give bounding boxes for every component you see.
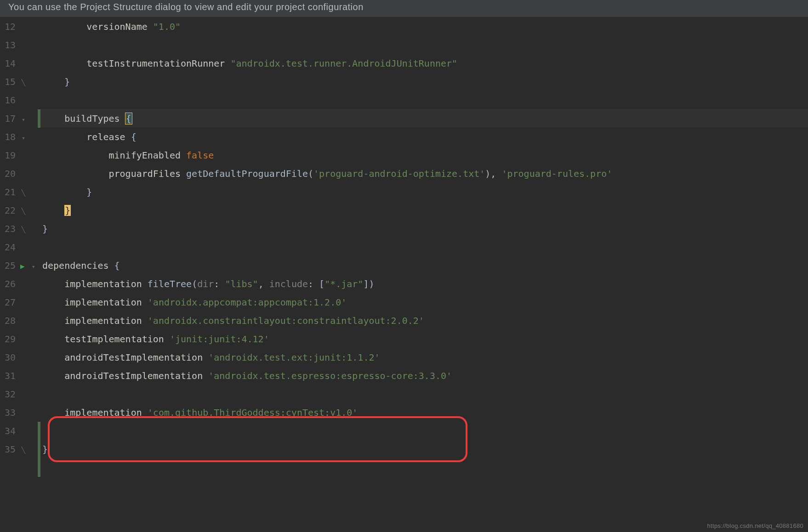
code-line: } [40, 201, 808, 220]
line-number: 32 [0, 385, 16, 403]
code-line: minifyEnabled false [40, 146, 808, 164]
line-number: 28 [0, 311, 16, 330]
code-line: testImplementation 'junit:junit:4.12' [40, 330, 808, 348]
code-line: implementation 'com.github.ThirdGoddess:… [40, 403, 808, 422]
code-editor[interactable]: 12 13 14 15 16 17 18 19 20 21 22 23 24 2… [0, 17, 808, 531]
code-line: buildTypes { [40, 109, 808, 128]
code-line: dependencies { [40, 256, 808, 275]
fold-end-icon[interactable]: ╲ [20, 184, 27, 202]
fold-end-icon[interactable]: ╲ [20, 74, 27, 92]
code-line: release { [40, 128, 808, 146]
line-number: 13 [0, 36, 16, 54]
line-number: 19 [0, 146, 16, 164]
code-line: implementation fileTree(dir: "libs", inc… [40, 275, 808, 293]
code-line: versionName "1.0" [40, 17, 808, 36]
code-line: proguardFiles getDefaultProguardFile('pr… [40, 164, 808, 183]
project-structure-hint-bar[interactable]: You can use the Project Structure dialog… [0, 0, 808, 17]
line-number: 33 [0, 403, 16, 422]
line-number: 21 [0, 183, 16, 201]
code-line: implementation 'androidx.appcompat:appco… [40, 293, 808, 311]
line-number: 31 [0, 367, 16, 385]
code-line: } [40, 220, 808, 238]
line-number: 34 [0, 422, 16, 440]
code-line [40, 422, 808, 440]
line-number: 23 [0, 220, 16, 238]
fold-end-icon[interactable]: ╲ [20, 221, 27, 239]
code-line: androidTestImplementation 'androidx.test… [40, 367, 808, 385]
code-line: implementation 'androidx.constraintlayou… [40, 311, 808, 330]
line-number: 15 [0, 73, 16, 91]
matched-brace: { [125, 113, 132, 124]
line-number: 14 [0, 54, 16, 73]
line-number: 27 [0, 293, 16, 311]
fold-end-icon[interactable]: ╲ [20, 441, 27, 459]
line-number: 20 [0, 164, 16, 183]
code-line: } [40, 440, 808, 458]
code-line [40, 238, 808, 256]
code-line: } [40, 183, 808, 201]
code-line [40, 36, 808, 54]
code-line: testInstrumentationRunner "androidx.test… [40, 54, 808, 73]
line-number: 25 [0, 256, 16, 275]
line-number: 24 [0, 238, 16, 256]
code-area[interactable]: versionName "1.0" testInstrumentationRun… [40, 17, 808, 531]
fold-open-icon[interactable]: ▾ [20, 110, 27, 129]
code-line: } [40, 73, 808, 91]
line-number-gutter: 12 13 14 15 16 17 18 19 20 21 22 23 24 2… [0, 17, 20, 531]
hint-text: You can use the Project Structure dialog… [8, 2, 364, 12]
line-number: 12 [0, 17, 16, 36]
matched-brace: } [64, 205, 71, 216]
line-number: 17 [0, 109, 16, 128]
line-number: 29 [0, 330, 16, 348]
fold-end-icon[interactable]: ╲ [20, 202, 27, 221]
watermark-text: https://blog.csdn.net/qq_40881680 [707, 522, 803, 529]
line-number: 26 [0, 275, 16, 293]
line-number: 16 [0, 91, 16, 109]
code-line [40, 385, 808, 403]
line-number: 18 [0, 128, 16, 146]
fold-open-icon[interactable]: ▾ [20, 129, 27, 147]
code-line [40, 91, 808, 109]
line-number: 22 [0, 201, 16, 220]
line-number: 35 [0, 440, 16, 458]
code-line: androidTestImplementation 'androidx.test… [40, 348, 808, 367]
line-number: 30 [0, 348, 16, 367]
run-gutter-icon[interactable]: ▶ [20, 262, 25, 271]
fold-open-icon[interactable]: ▾ [30, 257, 37, 276]
